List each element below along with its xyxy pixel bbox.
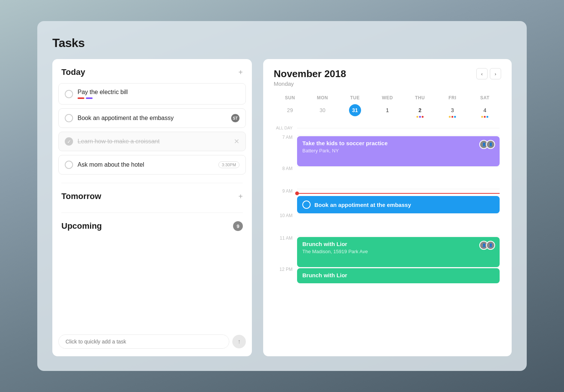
task-item[interactable]: Pay the electric bill (58, 83, 246, 105)
event-dot (484, 116, 486, 118)
timeline-area-8am (297, 166, 500, 189)
task-time-badge: 3:30PM (218, 161, 239, 168)
timeline-area-11am: Brunch with Lior The Madison, 15919 Park… (297, 236, 500, 267)
task-content: Learn how to make a croissant (78, 138, 229, 145)
today-section-header: Today + (52, 59, 252, 83)
time-label-8am: 8 AM (274, 166, 293, 189)
timeline-row-9am: 9 AM Book an appotiment at the embassy (274, 189, 500, 213)
event-dot (481, 116, 483, 118)
timeline-area-9am: Book an appotiment at the embassy (297, 189, 500, 213)
task-item-completed[interactable]: ✓ Learn how to make a croissant ✕ (58, 132, 246, 151)
calendar-day-name: Monday (274, 81, 346, 87)
tomorrow-label: Tomorrow (61, 191, 101, 201)
timeline-row-12pm: 12 PM Brunch with Lior (274, 267, 500, 290)
calendar-title-block: November 2018 Monday (274, 68, 346, 87)
quick-add-send-button[interactable]: ↑ (232, 335, 246, 348)
time-label-11am: 11 AM (274, 236, 293, 267)
event-brunch-2[interactable]: Brunch with Lior (297, 268, 500, 283)
now-line (297, 193, 500, 194)
event-dot (449, 116, 451, 118)
event-dot (419, 116, 421, 118)
date-29[interactable]: 29 (274, 103, 306, 118)
event-avatar-4: 👤 (486, 241, 495, 250)
cal-day-header-sun: SUN (274, 93, 306, 103)
today-add-button[interactable]: + (238, 68, 243, 76)
tomorrow-section-header: Tomorrow + (52, 183, 252, 207)
today-label: Today (61, 67, 85, 77)
task-label: Ask mom about the hotel (78, 161, 214, 168)
upcoming-divider (52, 207, 252, 213)
panels: Today + Pay the electric bill (52, 59, 512, 356)
event-brunch-1[interactable]: Brunch with Lior The Madison, 15919 Park… (297, 237, 500, 267)
tomorrow-add-button[interactable]: + (238, 193, 243, 200)
task-content: Ask mom about the hotel (78, 161, 214, 168)
event-dot (422, 116, 424, 118)
all-day-label: ALL DAY (274, 126, 293, 130)
calendar-next-button[interactable]: › (490, 68, 501, 79)
task-checkbox[interactable] (65, 90, 73, 98)
date-30[interactable]: 30 (306, 103, 338, 118)
date-1[interactable]: 1 (371, 103, 404, 118)
task-checkbox[interactable] (65, 161, 73, 169)
cal-day-header-wed: WED (371, 93, 404, 103)
quick-add-input[interactable] (58, 334, 229, 349)
task-assignee-badge: ST (231, 114, 239, 122)
tomorrow-divider (52, 178, 252, 183)
event-dot (486, 116, 488, 118)
event-dot (416, 116, 418, 118)
time-label-12pm: 12 PM (274, 267, 293, 290)
calendar-prev-button[interactable]: ‹ (476, 68, 488, 79)
right-panel: November 2018 Monday ‹ › SUN MON TUE WED… (263, 59, 512, 356)
event-embassy[interactable]: Book an appotiment at the embassy (297, 196, 500, 213)
cal-day-header-tue: TUE (339, 93, 371, 103)
upcoming-section-header: Upcoming 9 (52, 213, 252, 237)
cal-day-header-thu: THU (404, 93, 436, 103)
date-3-dots (449, 116, 456, 118)
task-priority (78, 97, 239, 99)
priority-dot-red (78, 97, 84, 99)
quick-add-area: ↑ (58, 327, 246, 349)
event-avatar-2: 👤 (486, 140, 495, 149)
app-container: Tasks Today + Pay the electric bill (37, 21, 527, 371)
task-close-icon[interactable]: ✕ (234, 137, 239, 146)
all-day-row: ALL DAY (274, 122, 500, 134)
tasks-list: Pay the electric bill Book an appotiment… (52, 83, 252, 175)
timeline: ALL DAY 7 AM Take the kids to soccer pra… (274, 122, 501, 356)
task-content: Book an appotiment at the embassy (78, 115, 227, 122)
task-checkbox[interactable] (65, 114, 73, 122)
event-soccer[interactable]: Take the kids to soccer practice Battery… (297, 136, 500, 166)
timeline-area-12pm: Brunch with Lior (297, 267, 500, 290)
event-brunch-1-title: Brunch with Lior (302, 241, 494, 247)
task-item[interactable]: Ask mom about the hotel 3:30PM (58, 155, 246, 175)
event-brunch-1-location: The Madison, 15919 Park Ave (302, 249, 494, 254)
event-embassy-title: Book an appotiment at the embassy (314, 202, 411, 208)
time-label-9am: 9 AM (274, 189, 293, 213)
timeline-row-8am: 8 AM (274, 166, 500, 189)
event-brunch-2-title: Brunch with Lior (302, 272, 494, 278)
cal-day-header-mon: MON (306, 93, 338, 103)
task-content: Pay the electric bill (78, 89, 239, 99)
time-label-10am: 10 AM (274, 213, 293, 236)
calendar-month: November 2018 (274, 68, 346, 80)
date-3[interactable]: 3 (436, 103, 468, 118)
event-soccer-avatars: 👤 👤 (479, 140, 495, 149)
upcoming-count-badge: 9 (233, 221, 243, 231)
task-item[interactable]: Book an appotiment at the embassy ST (58, 108, 246, 128)
timeline-row-7am: 7 AM Take the kids to soccer practice Ba… (274, 135, 500, 166)
now-dot (295, 191, 299, 195)
task-label: Book an appotiment at the embassy (78, 115, 227, 122)
date-4[interactable]: 4 (469, 103, 501, 118)
event-dot (454, 116, 456, 118)
timeline-row-10am: 10 AM (274, 213, 500, 236)
event-soccer-title: Take the kids to soccer practice (302, 140, 494, 146)
date-31-today[interactable]: 31 (339, 103, 371, 118)
cal-day-header-fri: FRI (436, 93, 468, 103)
task-checkbox-checked[interactable]: ✓ (65, 137, 73, 146)
cal-day-header-sat: SAT (469, 93, 501, 103)
timeline-area-10am (297, 213, 500, 236)
date-2[interactable]: 2 (404, 103, 436, 118)
task-label-completed: Learn how to make a croissant (78, 138, 229, 145)
event-embassy-circle (302, 201, 311, 209)
left-panel: Today + Pay the electric bill (52, 59, 252, 356)
event-brunch-1-avatars: 👤 👤 (479, 241, 495, 250)
